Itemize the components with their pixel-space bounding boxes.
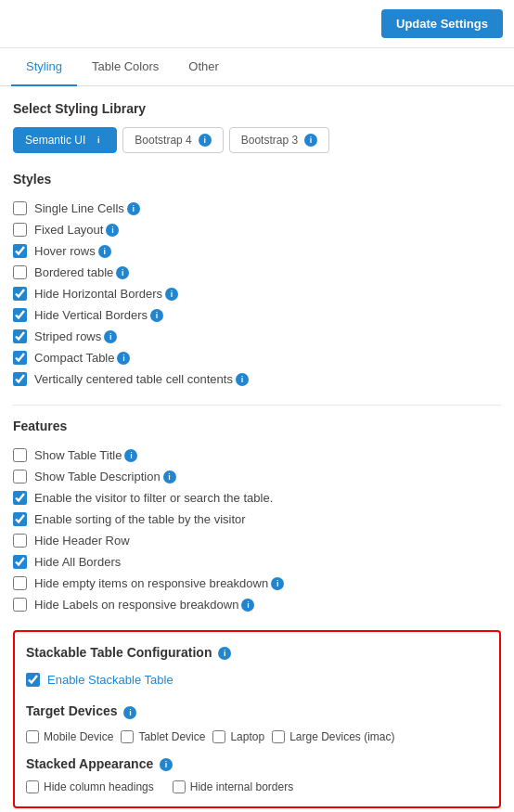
checkbox-show-table-description[interactable] (13, 470, 27, 483)
style-single-line-cells: Single Line Cells i (13, 198, 501, 219)
info-stackable-config[interactable]: i (218, 647, 231, 660)
info-compact-table[interactable]: i (117, 352, 130, 365)
feature-enable-sorting: Enable sorting of the table by the visit… (13, 509, 501, 530)
info-show-table-description[interactable]: i (163, 470, 176, 483)
lib-btn-bootstrap3[interactable]: Bootstrap 3 i (229, 127, 329, 153)
info-hide-horizontal-borders[interactable]: i (165, 288, 178, 301)
stacked-appearance-title: Stacked Appearance i (26, 756, 488, 771)
checkbox-striped-rows[interactable] (13, 329, 27, 343)
features-section: Features Show Table Title i Show Table D… (13, 419, 501, 615)
info-single-line-cells[interactable]: i (127, 202, 140, 215)
update-settings-button[interactable]: Update Settings (381, 9, 503, 38)
styles-section: Styles Single Line Cells i Fixed Layout … (13, 172, 501, 390)
device-laptop: Laptop (212, 730, 264, 743)
checkbox-hover-rows[interactable] (13, 244, 27, 258)
divider-1 (13, 405, 501, 406)
device-tablet: Tablet Device (121, 730, 205, 743)
style-fixed-layout: Fixed Layout i (13, 219, 501, 240)
main-content: Select Styling Library Semantic UI i Boo… (0, 86, 514, 812)
info-hover-rows[interactable]: i (98, 245, 111, 258)
info-vertically-centered[interactable]: i (236, 373, 249, 386)
device-large: Large Devices (imac) (272, 730, 394, 743)
tab-bar: Styling Table Colors Other (0, 48, 514, 86)
checkbox-tablet-device[interactable] (121, 730, 134, 743)
feature-hide-empty-items: Hide empty items on responsive breakdown… (13, 573, 501, 594)
style-compact-table: Compact Table i (13, 347, 501, 368)
info-stacked-appearance[interactable]: i (160, 758, 173, 771)
appearance-hide-internal-borders: Hide internal borders (173, 780, 293, 793)
info-striped-rows[interactable]: i (104, 330, 117, 343)
checkbox-enable-sorting[interactable] (13, 512, 27, 526)
checkbox-hide-column-headings[interactable] (26, 780, 39, 793)
semantic-info-icon[interactable]: i (92, 134, 105, 147)
tab-table-colors[interactable]: Table Colors (77, 48, 173, 86)
info-show-table-title[interactable]: i (124, 449, 137, 462)
stackable-config-box: Stackable Table Configuration i Enable S… (13, 630, 501, 808)
checkbox-single-line-cells[interactable] (13, 201, 27, 215)
style-hover-rows: Hover rows i (13, 240, 501, 262)
info-hide-labels[interactable]: i (241, 599, 254, 612)
style-striped-rows: Striped rows i (13, 326, 501, 347)
tab-other[interactable]: Other (173, 48, 234, 86)
stacked-appearance-section: Stacked Appearance i Hide column heading… (26, 756, 488, 793)
style-bordered-table: Bordered table i (13, 262, 501, 283)
checkbox-hide-header-row[interactable] (13, 534, 27, 548)
tab-styling[interactable]: Styling (11, 48, 77, 86)
checkbox-bordered-table[interactable] (13, 265, 27, 279)
checkbox-vertically-centered[interactable] (13, 372, 27, 386)
device-mobile: Mobile Device (26, 730, 113, 743)
checkbox-hide-internal-borders[interactable] (173, 780, 186, 793)
target-devices-title: Target Devices i (26, 703, 488, 718)
info-fixed-layout[interactable]: i (106, 224, 119, 237)
appearance-items-list: Hide column headings Hide internal borde… (26, 780, 488, 793)
target-devices-section: Target Devices i Mobile Device Tablet De… (26, 703, 488, 742)
enable-stackable-table: Enable Stackable Table (26, 669, 488, 690)
info-hide-empty-items[interactable]: i (271, 577, 284, 590)
checkbox-hide-horizontal-borders[interactable] (13, 287, 27, 301)
checkbox-show-table-title[interactable] (13, 448, 27, 462)
feature-hide-labels: Hide Labels on responsive breakdown i (13, 594, 501, 615)
style-hide-vertical-borders: Hide Vertical Borders i (13, 304, 501, 326)
feature-filter-search: Enable the visitor to filter or search t… (13, 487, 501, 509)
style-hide-horizontal-borders: Hide Horizontal Borders i (13, 283, 501, 304)
lib-btn-bootstrap4[interactable]: Bootstrap 4 i (122, 127, 223, 153)
feature-hide-all-borders: Hide All Borders (13, 551, 501, 573)
bootstrap4-info-icon[interactable]: i (199, 134, 212, 147)
target-devices-list: Mobile Device Tablet Device Laptop Large… (26, 730, 488, 743)
checkbox-hide-vertical-borders[interactable] (13, 308, 27, 322)
appearance-hide-column-headings: Hide column headings (26, 780, 154, 793)
library-buttons: Semantic UI i Bootstrap 4 i Bootstrap 3 … (13, 127, 501, 153)
checkbox-mobile-device[interactable] (26, 730, 39, 743)
checkbox-fixed-layout[interactable] (13, 223, 27, 237)
features-title: Features (13, 419, 501, 433)
info-target-devices[interactable]: i (123, 706, 136, 719)
checkbox-hide-labels[interactable] (13, 598, 27, 612)
bootstrap3-info-icon[interactable]: i (304, 134, 317, 147)
library-section-title: Select Styling Library (13, 101, 501, 116)
styles-title: Styles (13, 172, 501, 187)
top-bar: Update Settings (0, 0, 514, 48)
checkbox-compact-table[interactable] (13, 351, 27, 365)
checkbox-filter-search[interactable] (13, 491, 27, 505)
lib-btn-semantic[interactable]: Semantic UI i (13, 127, 117, 153)
checkbox-hide-all-borders[interactable] (13, 555, 27, 569)
checkbox-laptop-device[interactable] (212, 730, 225, 743)
feature-show-table-description: Show Table Description i (13, 466, 501, 487)
style-vertically-centered: Vertically centered table cell contents … (13, 368, 501, 390)
info-hide-vertical-borders[interactable]: i (150, 309, 163, 322)
feature-show-table-title: Show Table Title i (13, 445, 501, 466)
feature-hide-header-row: Hide Header Row (13, 530, 501, 551)
stackable-title: Stackable Table Configuration i (26, 645, 488, 660)
checkbox-enable-stackable[interactable] (26, 673, 40, 687)
checkbox-hide-empty-items[interactable] (13, 576, 27, 590)
checkbox-large-device[interactable] (272, 730, 285, 743)
info-bordered-table[interactable]: i (116, 266, 129, 279)
